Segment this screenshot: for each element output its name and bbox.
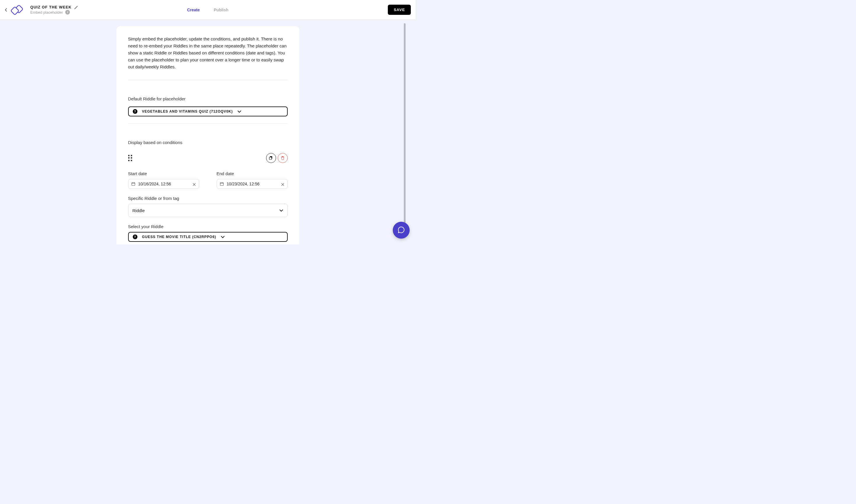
content-area: Simply embed the placeholder, update the… [0, 26, 416, 245]
chevron-down-icon [221, 235, 225, 239]
scrollbar[interactable] [404, 23, 406, 239]
duplicate-condition-button[interactable] [266, 153, 276, 163]
tab-publish[interactable]: Publish [212, 5, 230, 15]
chat-icon [398, 227, 405, 234]
chevron-down-icon [279, 208, 283, 212]
end-date-col: End date 10/23/2024, 12:56 [216, 171, 288, 189]
start-date-label: Start date [128, 171, 199, 176]
card: Simply embed the placeholder, update the… [117, 26, 299, 245]
header: QUIZ OF THE WEEK Embed placeholder i Cre… [0, 0, 416, 20]
divider [128, 123, 288, 124]
calendar-icon [131, 182, 135, 186]
default-riddle-label: Default Riddle for placeholder [128, 96, 288, 101]
info-icon[interactable]: i [65, 10, 70, 15]
condition-header [128, 153, 288, 163]
drag-handle-icon[interactable] [128, 155, 133, 161]
select-riddle-value: GUESS THE MOVIE TITLE (CN2RPPO6) [142, 235, 216, 239]
chevron-down-icon [237, 109, 241, 113]
default-riddle-select[interactable]: ? VEGETABLES AND VITAMINS QUIZ (712OQV0K… [128, 107, 288, 116]
tab-create[interactable]: Create [186, 5, 201, 15]
question-icon: ? [133, 235, 137, 239]
start-date-value: 10/16/2024, 12:56 [138, 182, 190, 186]
chat-button[interactable] [393, 222, 410, 239]
svg-rect-1 [11, 6, 19, 15]
end-date-label: End date [216, 171, 288, 176]
delete-condition-button[interactable] [278, 153, 288, 163]
tabs: Create Publish [186, 5, 229, 15]
page-subtitle: Embed placeholder [30, 10, 63, 15]
page-title: QUIZ OF THE WEEK [30, 5, 72, 10]
specific-section: Specific Riddle or from tag Riddle [128, 196, 288, 217]
end-date-value: 10/23/2024, 12:56 [227, 182, 278, 186]
clear-end-date-icon[interactable] [281, 182, 284, 186]
start-date-col: Start date 10/16/2024, 12:56 [128, 171, 199, 189]
end-date-input[interactable]: 10/23/2024, 12:56 [216, 179, 288, 189]
start-date-input[interactable]: 10/16/2024, 12:56 [128, 179, 199, 189]
specific-label: Specific Riddle or from tag [128, 196, 288, 201]
select-riddle-select[interactable]: ? GUESS THE MOVIE TITLE (CN2RPPO6) [128, 232, 288, 242]
save-button[interactable]: SAVE [388, 5, 411, 15]
scrollbar-thumb[interactable] [404, 23, 406, 227]
conditions-label: Display based on conditions [128, 140, 288, 145]
clear-start-date-icon[interactable] [192, 182, 196, 186]
condition-block: Start date 10/16/2024, 12:56 End date [128, 153, 288, 245]
question-icon: ? [133, 109, 137, 114]
logo[interactable] [11, 4, 27, 16]
svg-rect-3 [269, 157, 272, 160]
calendar-icon [220, 182, 224, 186]
intro-text: Simply embed the placeholder, update the… [128, 36, 288, 70]
default-riddle-value: VEGETABLES AND VITAMINS QUIZ (712OQV0K) [142, 109, 233, 113]
svg-rect-4 [132, 183, 135, 186]
header-text-block: QUIZ OF THE WEEK Embed placeholder i [30, 5, 78, 15]
specific-riddle-dropdown[interactable]: Riddle [128, 204, 288, 217]
date-row: Start date 10/16/2024, 12:56 End date [128, 171, 288, 189]
back-chevron-icon[interactable] [2, 6, 9, 13]
svg-rect-5 [220, 183, 223, 186]
edit-title-icon[interactable] [74, 5, 78, 9]
select-riddle-section: Select your Riddle ? GUESS THE MOVIE TIT… [128, 224, 288, 242]
select-riddle-label: Select your Riddle [128, 224, 288, 229]
specific-riddle-value: Riddle [133, 208, 279, 213]
divider [128, 80, 288, 80]
